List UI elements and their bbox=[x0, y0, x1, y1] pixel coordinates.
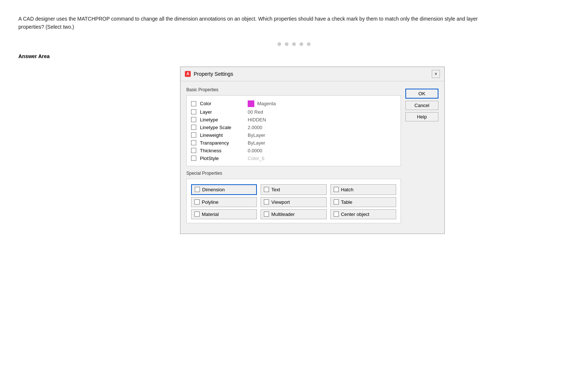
checkbox-lineweight[interactable] bbox=[191, 132, 196, 138]
sp-label-viewport: Viewport bbox=[271, 199, 290, 205]
prop-row-thickness: Thickness0.0000 bbox=[191, 147, 396, 155]
prop-row-linetype: LinetypeHIDDEN bbox=[191, 116, 396, 124]
dialog-title-left: A Property Settings bbox=[185, 71, 233, 77]
answer-area-label: Answer Area bbox=[18, 53, 570, 59]
value-text-linetype_scale: 2.0000 bbox=[248, 125, 262, 130]
value-text-plotstyle: Color_6 bbox=[248, 156, 265, 161]
app-icon: A bbox=[185, 71, 191, 77]
value-text-lineweight: ByLayer bbox=[248, 132, 265, 138]
sp-checkbox-text bbox=[264, 187, 269, 192]
close-button[interactable]: × bbox=[432, 70, 440, 78]
prop-value-transparency: ByLayer bbox=[248, 140, 265, 146]
prop-label-color: Color bbox=[200, 101, 244, 106]
value-text-layer: 00 Red bbox=[248, 109, 263, 115]
sp-checkbox-hatch bbox=[334, 187, 339, 192]
value-text-thickness: 0.0000 bbox=[248, 148, 262, 153]
special-prop-multileader[interactable]: Multileader bbox=[261, 209, 326, 219]
special-properties-label: Special Properties bbox=[186, 171, 401, 176]
sp-checkbox-center_object bbox=[334, 212, 339, 217]
prop-value-color: Magenta bbox=[248, 100, 276, 107]
dialog-buttons: OK Cancel Help bbox=[405, 87, 438, 228]
prop-value-thickness: 0.0000 bbox=[248, 148, 262, 153]
prop-label-thickness: Thickness bbox=[200, 148, 244, 153]
special-properties-box: DimensionTextHatchPolylineViewportTableM… bbox=[186, 179, 401, 223]
checkbox-layer[interactable] bbox=[191, 109, 196, 114]
prop-row-transparency: TransparencyByLayer bbox=[191, 139, 396, 147]
sp-checkbox-polyline bbox=[194, 199, 200, 205]
dialog-body: Basic Properties ColorMagentaLayer00 Red… bbox=[180, 81, 444, 234]
special-prop-dimension[interactable]: Dimension bbox=[191, 184, 257, 195]
sp-label-hatch: Hatch bbox=[341, 187, 354, 192]
prop-label-linetype_scale: Linetype Scale bbox=[200, 125, 244, 130]
prop-row-layer: Layer00 Red bbox=[191, 108, 396, 116]
prop-value-plotstyle: Color_6 bbox=[248, 156, 265, 161]
sp-checkbox-viewport bbox=[264, 199, 269, 205]
prop-label-layer: Layer bbox=[200, 109, 244, 115]
special-prop-hatch[interactable]: Hatch bbox=[330, 184, 396, 195]
dot-2 bbox=[285, 42, 288, 46]
prop-value-layer: 00 Red bbox=[248, 109, 263, 115]
checkbox-plotstyle[interactable] bbox=[191, 156, 196, 161]
prop-value-linetype_scale: 2.0000 bbox=[248, 125, 262, 130]
sp-label-multileader: Multileader bbox=[271, 212, 295, 217]
progress-dots bbox=[18, 42, 570, 46]
checkbox-linetype_scale[interactable] bbox=[191, 125, 196, 130]
dot-4 bbox=[300, 42, 303, 46]
value-text-transparency: ByLayer bbox=[248, 140, 265, 146]
dialog-title: Property Settings bbox=[194, 71, 233, 77]
prop-label-transparency: Transparency bbox=[200, 140, 244, 146]
sp-label-center_object: Center object bbox=[341, 212, 369, 217]
question-text: A CAD designer uses the MATCHPROP comman… bbox=[18, 15, 496, 31]
prop-label-linetype: Linetype bbox=[200, 117, 244, 122]
color-swatch-color bbox=[248, 100, 254, 107]
dot-5 bbox=[307, 42, 311, 46]
prop-row-lineweight: LineweightByLayer bbox=[191, 131, 396, 139]
property-settings-dialog: A Property Settings × Basic Properties C… bbox=[180, 67, 445, 234]
special-prop-center_object[interactable]: Center object bbox=[330, 209, 396, 219]
sp-label-table: Table bbox=[341, 199, 352, 205]
prop-label-lineweight: Lineweight bbox=[200, 132, 244, 138]
help-button[interactable]: Help bbox=[405, 112, 438, 121]
sp-checkbox-multileader bbox=[264, 212, 269, 217]
value-text-linetype: HIDDEN bbox=[248, 117, 266, 122]
special-prop-table[interactable]: Table bbox=[330, 197, 396, 207]
prop-row-linetype_scale: Linetype Scale2.0000 bbox=[191, 124, 396, 131]
prop-row-color: ColorMagenta bbox=[191, 99, 396, 108]
sp-label-material: Material bbox=[202, 212, 219, 217]
dot-3 bbox=[292, 42, 296, 46]
prop-value-lineweight: ByLayer bbox=[248, 132, 265, 138]
sp-checkbox-dimension bbox=[195, 187, 200, 192]
special-prop-material[interactable]: Material bbox=[191, 209, 257, 219]
basic-properties-label: Basic Properties bbox=[186, 87, 401, 92]
checkbox-linetype[interactable] bbox=[191, 117, 196, 122]
prop-value-linetype: HIDDEN bbox=[248, 117, 266, 122]
special-prop-viewport[interactable]: Viewport bbox=[261, 197, 326, 207]
special-prop-polyline[interactable]: Polyline bbox=[191, 197, 257, 207]
sp-label-dimension: Dimension bbox=[202, 187, 225, 192]
basic-properties-box: ColorMagentaLayer00 RedLinetypeHIDDENLin… bbox=[186, 95, 401, 166]
special-prop-text[interactable]: Text bbox=[261, 184, 326, 195]
sp-label-text: Text bbox=[271, 187, 280, 192]
checkbox-thickness[interactable] bbox=[191, 148, 196, 153]
sp-checkbox-table bbox=[334, 199, 339, 205]
prop-row-plotstyle: PlotStyleColor_6 bbox=[191, 155, 396, 162]
dialog-main: Basic Properties ColorMagentaLayer00 Red… bbox=[186, 87, 401, 228]
checkbox-transparency[interactable] bbox=[191, 140, 196, 145]
sp-checkbox-material bbox=[194, 212, 200, 217]
ok-button[interactable]: OK bbox=[405, 89, 438, 99]
value-text-color: Magenta bbox=[257, 101, 276, 106]
dialog-wrapper: A Property Settings × Basic Properties C… bbox=[55, 67, 570, 234]
prop-label-plotstyle: PlotStyle bbox=[200, 156, 244, 161]
special-props-grid: DimensionTextHatchPolylineViewportTableM… bbox=[191, 184, 396, 219]
cancel-button[interactable]: Cancel bbox=[405, 101, 438, 110]
sp-label-polyline: Polyline bbox=[202, 199, 219, 205]
dialog-titlebar: A Property Settings × bbox=[180, 67, 444, 81]
checkbox-color[interactable] bbox=[191, 101, 196, 106]
dot-1 bbox=[277, 42, 281, 46]
